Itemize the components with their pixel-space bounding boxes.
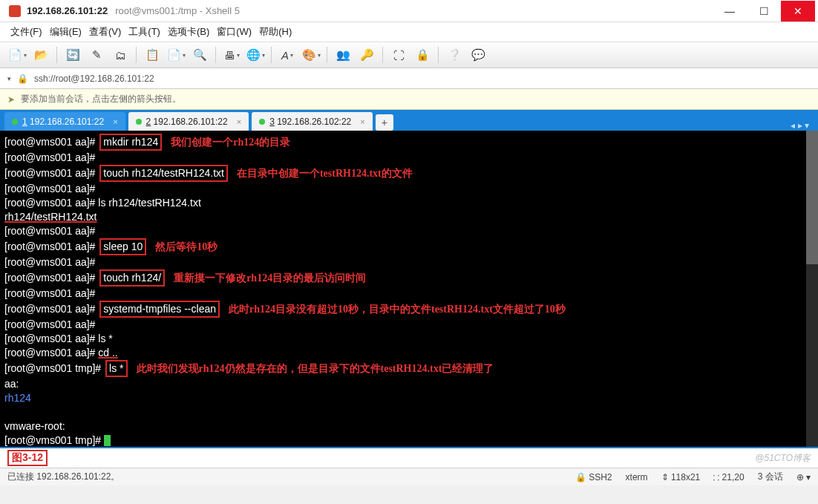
command-text: ls * bbox=[98, 332, 112, 346]
prompt: [root@vms001 aa]# bbox=[4, 255, 98, 269]
tab-close-icon[interactable]: × bbox=[237, 117, 241, 126]
session-tab-3[interactable]: 3 192.168.26.102:22 × bbox=[252, 112, 373, 131]
prompt: [root@vms001 aa]# bbox=[4, 332, 98, 346]
menu-help[interactable]: 帮助(H) bbox=[259, 25, 292, 39]
boxed-command: touch rh124/testRH124.txt bbox=[99, 165, 228, 182]
menu-edit[interactable]: 编辑(E) bbox=[50, 25, 82, 39]
status-dot-icon bbox=[136, 119, 142, 125]
annotation: 我们创建一个rh124的目录 bbox=[171, 135, 290, 149]
boxed-command: sleep 10 bbox=[99, 238, 146, 255]
address-url[interactable]: ssh://root@192.168.26.101:22 bbox=[34, 73, 154, 84]
minimize-button[interactable]: — bbox=[713, 1, 747, 22]
chat-icon[interactable]: 💬 bbox=[468, 45, 488, 65]
figure-label: 图3-12 bbox=[7, 450, 48, 466]
search-icon[interactable]: 🔍 bbox=[190, 45, 209, 65]
status-proto: 🔒 SSH2 bbox=[575, 472, 612, 482]
font-icon[interactable]: A▾ bbox=[278, 45, 297, 65]
output-text: vmware-root: bbox=[4, 419, 65, 433]
status-dot-icon bbox=[259, 119, 265, 125]
add-tab-button[interactable]: + bbox=[376, 114, 393, 131]
output-text: aa: bbox=[4, 377, 19, 391]
properties-icon[interactable]: 🗂 bbox=[111, 45, 130, 65]
help-icon[interactable]: ❔ bbox=[445, 45, 464, 65]
prompt: [root@vms001 aa]# bbox=[4, 182, 98, 196]
session-tab-1[interactable]: 1 192.168.26.101:22 × bbox=[4, 112, 125, 131]
status-term: xterm bbox=[626, 472, 648, 482]
address-bar: ▾ 🔒 ssh://root@192.168.26.101:22 bbox=[0, 68, 818, 89]
status-bar: 已连接 192.168.26.101:22。 🔒 SSH2 xterm ⇕ 11… bbox=[0, 468, 818, 485]
terminal-scrollbar[interactable] bbox=[806, 131, 818, 447]
tab-number: 1 bbox=[22, 117, 27, 127]
status-size: ⇕ 118x21 bbox=[661, 472, 701, 482]
app-icon bbox=[9, 5, 21, 17]
paste-icon[interactable]: 📄▾ bbox=[166, 45, 186, 65]
prompt: [root@vms001 aa]# bbox=[4, 166, 98, 180]
command-text: cd .. bbox=[98, 346, 117, 360]
window-title-main: 192.168.26.101:22 bbox=[27, 5, 108, 16]
prompt: [root@vms001 aa]# bbox=[4, 318, 98, 332]
fullscreen-icon[interactable]: ⛶ bbox=[389, 45, 408, 65]
prompt: [root@vms001 aa]# bbox=[4, 346, 98, 360]
prompt: [root@vms001 aa]# bbox=[4, 196, 98, 210]
tab-label: 192.168.26.102:22 bbox=[277, 117, 351, 127]
prompt: [root@vms001 aa]# bbox=[4, 271, 98, 285]
annotation: 在目录中创建一个testRH124.txt的文件 bbox=[237, 166, 413, 180]
copy-icon[interactable]: 📋 bbox=[143, 45, 162, 65]
status-menu-icon[interactable]: ⊕ ▾ bbox=[796, 472, 811, 482]
menu-tools[interactable]: 工具(T) bbox=[128, 25, 160, 39]
annotation: 然后等待10秒 bbox=[155, 240, 217, 254]
watermark: @51CTO博客 bbox=[755, 452, 811, 465]
users-icon[interactable]: 👥 bbox=[333, 45, 353, 65]
hint-bar: ➤ 要添加当前会话，点击左侧的箭头按钮。 bbox=[0, 89, 818, 110]
status-connection: 已连接 192.168.26.101:22。 bbox=[7, 471, 120, 483]
hint-arrow-icon[interactable]: ➤ bbox=[7, 94, 15, 105]
address-dropdown-icon[interactable]: ▾ bbox=[7, 75, 11, 82]
open-icon[interactable]: 📂 bbox=[31, 45, 50, 65]
annotation: 此时我们发现rh124仍然是存在的，但是目录下的文件testRH124.txt已… bbox=[137, 361, 494, 376]
title-bar: 192.168.26.101:22 root@vms001:/tmp - Xsh… bbox=[0, 0, 818, 22]
annotation: 此时rh124目录没有超过10秒，目录中的文件testRH124.txt文件超过… bbox=[229, 302, 566, 316]
close-button[interactable]: ✕ bbox=[781, 1, 815, 22]
output-text: rh124/testRH124.txt bbox=[4, 210, 97, 224]
menu-window[interactable]: 窗口(W) bbox=[217, 25, 252, 39]
reconnect-icon[interactable]: 🔄 bbox=[63, 45, 82, 65]
caption-bar: 图3-12 @51CTO博客 bbox=[0, 448, 818, 468]
key-icon[interactable]: 🔑 bbox=[357, 45, 376, 65]
menu-tabs[interactable]: 选项卡(B) bbox=[168, 25, 209, 39]
tab-number: 2 bbox=[146, 117, 151, 127]
terminal[interactable]: [root@vms001 aa]# mkdir rh124我们创建一个rh124… bbox=[0, 131, 818, 448]
tab-number: 3 bbox=[269, 117, 275, 127]
globe-icon[interactable]: 🌐▾ bbox=[246, 45, 265, 65]
scrollbar-thumb[interactable] bbox=[806, 131, 818, 264]
menu-file[interactable]: 文件(F) bbox=[10, 25, 42, 39]
tab-close-icon[interactable]: × bbox=[360, 117, 364, 126]
padlock-icon: 🔒 bbox=[17, 73, 28, 84]
print-icon[interactable]: 🖶▾ bbox=[222, 45, 241, 65]
new-session-icon[interactable]: 📄▾ bbox=[7, 45, 27, 65]
session-tab-2[interactable]: 2 192.168.26.101:22 × bbox=[128, 112, 249, 131]
tab-close-icon[interactable]: × bbox=[113, 117, 117, 126]
window-title-sub: root@vms001:/tmp - Xshell 5 bbox=[115, 5, 240, 16]
color-icon[interactable]: 🎨▾ bbox=[301, 45, 321, 65]
prompt: [root@vms001 aa]# bbox=[4, 135, 98, 149]
cursor bbox=[104, 435, 111, 446]
prompt: [root@vms001 aa]# bbox=[4, 151, 98, 165]
boxed-command: touch rh124/ bbox=[99, 269, 165, 287]
command-text: ls rh124/testRH124.txt bbox=[98, 196, 201, 210]
output-dir: rh124 bbox=[4, 391, 31, 405]
disconnect-icon[interactable]: ✎ bbox=[87, 45, 106, 65]
toolbar: 📄▾ 📂 🔄 ✎ 🗂 📋 📄▾ 🔍 🖶▾ 🌐▾ A▾ 🎨▾ 👥 🔑 ⛶ 🔒 ❔ … bbox=[0, 42, 818, 68]
boxed-command: systemd-tmpfiles --clean bbox=[99, 301, 220, 318]
lock-icon[interactable]: 🔒 bbox=[413, 45, 432, 65]
prompt: [root@vms001 aa]# bbox=[4, 240, 98, 254]
status-dot-icon bbox=[12, 119, 18, 125]
boxed-command: mkdir rh124 bbox=[99, 134, 162, 151]
tab-label: 192.168.26.101:22 bbox=[30, 117, 104, 127]
menu-view[interactable]: 查看(V) bbox=[89, 25, 121, 39]
prompt: [root@vms001 tmp]# bbox=[4, 361, 104, 376]
tab-nav-arrows[interactable]: ◂ ▸ ▾ bbox=[791, 120, 814, 131]
annotation: 重新摸一下修改rh124目录的最后访问时间 bbox=[174, 271, 366, 285]
prompt: [root@vms001 aa]# bbox=[4, 224, 98, 238]
prompt: [root@vms001 aa]# bbox=[4, 287, 98, 301]
maximize-button[interactable]: ☐ bbox=[747, 1, 781, 22]
